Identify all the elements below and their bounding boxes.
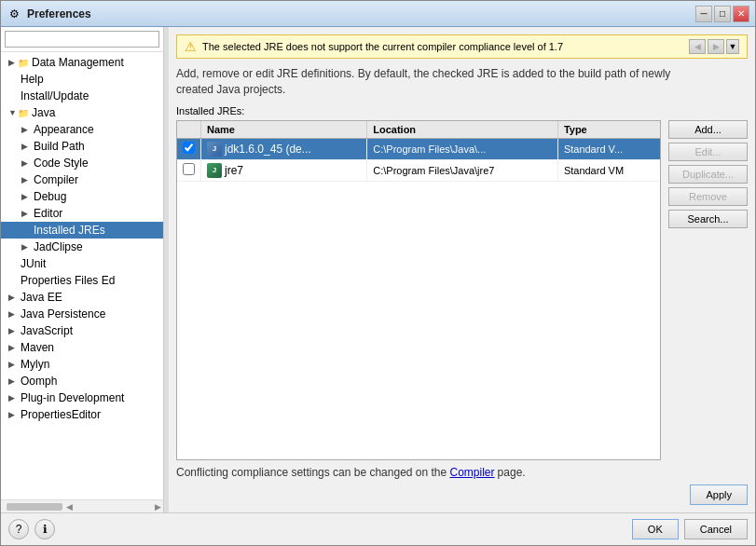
expand-icon: ▶	[8, 326, 18, 335]
edit-button[interactable]: Edit...	[668, 143, 748, 161]
sidebar-item-java[interactable]: ▼ 📁 Java	[1, 104, 163, 121]
sidebar-item-editor[interactable]: ▶ Editor	[1, 205, 163, 222]
sidebar-item-build-path[interactable]: ▶ Build Path	[1, 138, 163, 155]
jdk-icon-img: J	[207, 142, 222, 157]
sidebar-item-label: Debug	[34, 190, 66, 203]
minimize-button[interactable]: ─	[695, 6, 712, 22]
question-mark-icon: ?	[16, 523, 22, 536]
dialog-buttons: OK Cancel	[632, 519, 748, 539]
col-checkbox	[177, 121, 201, 139]
remove-button[interactable]: Remove	[668, 187, 748, 206]
window-controls: ─ □ ✕	[695, 6, 749, 22]
expand-icon: ▶	[21, 158, 31, 168]
cancel-button[interactable]: Cancel	[684, 519, 748, 539]
tree-view: ▶ 📁 Data Management Help Install/Update	[1, 52, 163, 499]
description: Add, remove or edit JRE definitions. By …	[176, 66, 748, 98]
sidebar-item-compiler[interactable]: ▶ Compiler	[1, 171, 163, 188]
sidebar-item-oomph[interactable]: ▶ Oomph	[1, 373, 163, 389]
sidebar-item-label: Maven	[21, 341, 54, 354]
title-bar: ⚙ Preferences ─ □ ✕	[1, 1, 755, 27]
sidebar-item-label: JUnit	[21, 257, 46, 270]
info-icon: ℹ	[43, 523, 48, 536]
sidebar-item-label: Editor	[34, 207, 62, 220]
expand-icon: ▶	[21, 125, 31, 134]
jre-location-cell: C:\Program Files\Java\jre7	[367, 159, 558, 181]
jre-type-cell: Standard VM	[557, 159, 660, 181]
sidebar-item-properties-files[interactable]: Properties Files Ed	[1, 272, 163, 289]
jre-name-cell: J jre7	[201, 159, 367, 181]
expand-icon: ▶	[8, 360, 18, 369]
horizontal-scrollbar[interactable]: ◀ ▶	[1, 499, 163, 512]
compliance-note: Conflicting compliance settings can be c…	[176, 466, 748, 479]
expand-icon: ▶	[21, 192, 31, 201]
jre-checkbox[interactable]	[177, 138, 201, 159]
sidebar-item-maven[interactable]: ▶ Maven	[1, 339, 163, 356]
collapse-icon: ▼	[8, 108, 18, 117]
warning-text: The selected JRE does not support the cu…	[202, 41, 683, 52]
description-line2: created Java projects.	[176, 83, 285, 96]
jre-name: jre7	[225, 164, 243, 177]
right-panel: ⚠ The selected JRE does not support the …	[169, 27, 755, 512]
jre-type-cell: Standard V...	[557, 138, 660, 159]
jre-check-input[interactable]	[183, 142, 195, 154]
sidebar-item-label: Help	[21, 73, 44, 86]
preferences-window: ⚙ Preferences ─ □ ✕ ▶ 📁 Data Management	[0, 0, 756, 546]
sidebar-item-java-ee[interactable]: ▶ Java EE	[1, 289, 163, 306]
ok-button[interactable]: OK	[632, 519, 679, 539]
nav-back-button[interactable]: ◀	[689, 39, 706, 54]
expand-icon: ▶	[21, 175, 31, 184]
close-button[interactable]: ✕	[733, 6, 749, 22]
sidebar-item-jadclipse[interactable]: ▶ JadClipse	[1, 239, 163, 255]
sidebar-item-label: JavaScript	[21, 324, 73, 337]
sidebar-item-mylyn[interactable]: ▶ Mylyn	[1, 356, 163, 373]
sidebar-item-label: Java EE	[21, 291, 62, 304]
search-button[interactable]: Search...	[668, 210, 748, 228]
sidebar-item-data-management[interactable]: ▶ 📁 Data Management	[1, 54, 163, 71]
sidebar-item-java-persistence[interactable]: ▶ Java Persistence	[1, 306, 163, 322]
sidebar-item-debug[interactable]: ▶ Debug	[1, 188, 163, 205]
apply-button[interactable]: Apply	[690, 485, 748, 505]
sidebar-item-junit[interactable]: JUnit	[1, 255, 163, 272]
sidebar-item-installed-jres[interactable]: Installed JREs	[1, 222, 163, 239]
sidebar-item-help[interactable]: Help	[1, 71, 163, 88]
compiler-link[interactable]: Compiler	[450, 466, 495, 479]
bottom-icons: ? ℹ	[8, 519, 55, 539]
left-panel: ▶ 📁 Data Management Help Install/Update	[1, 27, 164, 512]
sidebar-item-properties-editor[interactable]: ▶ PropertiesEditor	[1, 406, 163, 423]
jre-name: jdk1.6.0_45 (de...	[225, 143, 311, 156]
compliance-text-after: page.	[498, 466, 526, 479]
jre-location-cell: C:\Program Files\Java\...	[367, 138, 558, 159]
col-location[interactable]: Location	[367, 121, 558, 139]
jre-section: Name Location Type	[176, 120, 748, 460]
info-button[interactable]: ℹ	[34, 519, 55, 539]
jre-check-input[interactable]	[183, 163, 195, 175]
tree-search-input[interactable]	[5, 31, 159, 48]
window-title: Preferences	[27, 7, 695, 20]
sidebar-item-appearance[interactable]: ▶ Appearance	[1, 121, 163, 138]
jre-icon-img: J	[207, 163, 222, 178]
sidebar-item-install-update[interactable]: Install/Update	[1, 88, 163, 104]
sidebar-item-label: Plug-in Development	[21, 391, 124, 404]
maximize-button[interactable]: □	[714, 6, 731, 22]
expand-icon: ▶	[8, 376, 18, 386]
warning-icon: ⚠	[185, 39, 197, 54]
table-row[interactable]: J jdk1.6.0_45 (de... C:\Program Files\Ja…	[177, 138, 660, 159]
sidebar-item-code-style[interactable]: ▶ Code Style	[1, 155, 163, 171]
expand-icon: ▶	[8, 410, 18, 419]
sidebar-item-plugin-development[interactable]: ▶ Plug-in Development	[1, 389, 163, 406]
help-button[interactable]: ?	[8, 519, 29, 539]
sidebar-item-label: Java Persistence	[21, 307, 105, 321]
folder-icon: 📁	[18, 58, 29, 68]
sidebar-item-javascript[interactable]: ▶ JavaScript	[1, 322, 163, 339]
col-type[interactable]: Type	[557, 121, 660, 139]
jre-checkbox[interactable]	[177, 159, 201, 181]
table-row[interactable]: J jre7 C:\Program Files\Java\jre7 Standa…	[177, 159, 660, 181]
nav-forward-button[interactable]: ▶	[708, 39, 724, 54]
duplicate-button[interactable]: Duplicate...	[668, 165, 748, 184]
sidebar-item-label: Oomph	[21, 375, 57, 388]
col-name[interactable]: Name	[201, 121, 367, 139]
add-button[interactable]: Add...	[668, 120, 748, 139]
sidebar-item-label: PropertiesEditor	[21, 408, 101, 421]
expand-icon: ▶	[8, 293, 18, 302]
nav-dropdown-button[interactable]: ▼	[726, 39, 739, 54]
